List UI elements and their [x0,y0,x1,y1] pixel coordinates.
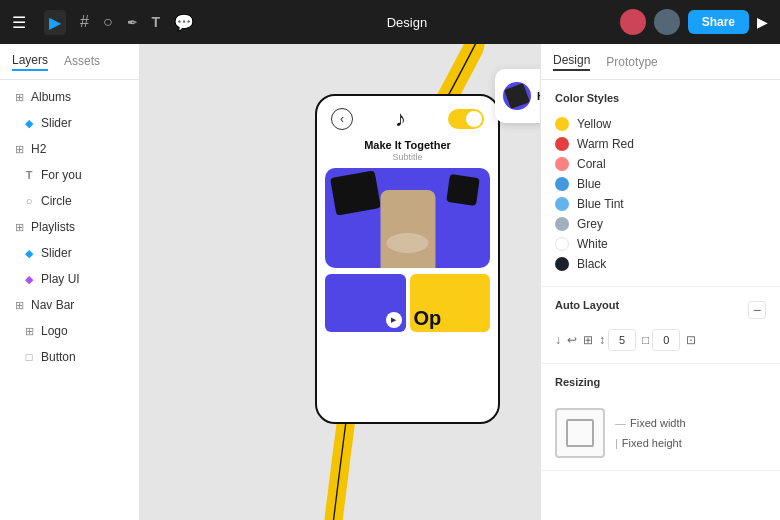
clip-icon: ⊡ [686,333,696,347]
phone-small: ‹ ♪ Make It Together Subtitle [315,94,500,424]
resizing-section: Resizing — Fixed width | Fixed height [541,364,780,471]
color-yellow[interactable]: Yellow [555,114,766,134]
phone-music-icon: ♪ [395,106,406,132]
color-warmred[interactable]: Warm Red [555,134,766,154]
al-padding-value[interactable]: 0 [652,329,680,351]
share-button[interactable]: Share [688,10,749,34]
diamond-icon-3: ◆ [22,272,36,286]
al-wrap: ↩ [567,333,577,347]
al-spacing-control[interactable]: ↕ 5 [599,329,636,351]
play-icon-1[interactable]: ▶ [386,312,402,328]
phone-title: Make It Together [317,138,498,152]
color-styles-section: Color Styles Yellow Warm Red Coral Blue … [541,80,780,287]
layer-slider1[interactable]: ◆ Slider [0,110,139,136]
resize-preview-box [555,408,605,458]
color-blue[interactable]: Blue [555,174,766,194]
al-clip-control[interactable]: ⊡ [686,333,696,347]
color-black[interactable]: Black [555,254,766,274]
layer-slider2[interactable]: ◆ Slider [0,240,139,266]
color-bluetint[interactable]: Blue Tint [555,194,766,214]
tab-design[interactable]: Design [553,53,590,71]
color-dot-blue [555,177,569,191]
text-tool[interactable]: T [152,14,161,30]
rect-icon: □ [22,350,36,364]
color-dot-warmred [555,137,569,151]
arrow-down-icon: ↓ [555,333,561,347]
diamond-icon-2: ◆ [22,246,36,260]
fixed-height-dash: | [615,437,618,449]
phone-toggle[interactable] [448,109,484,129]
color-dot-black [555,257,569,271]
right-panel: Design Prototype Color Styles Yellow War… [540,44,780,520]
auto-layout-controls: ↓ ↩ ⊞ ↕ 5 □ 0 ⊡ [555,329,766,351]
layer-h2[interactable]: ⊞ H2 [0,136,139,162]
component-panel: Headline ❄ ⏮ NEW! ✦ [495,69,540,123]
color-dot-yellow [555,117,569,131]
auto-layout-header: Auto Layout − [555,299,766,321]
main-layout: Layers Assets ⊞ Albums ◆ Slider ⊞ H2 T F… [0,44,780,520]
color-dot-white [555,237,569,251]
fixed-width-dash: — [615,417,626,429]
phone-subtitle: Subtitle [317,152,498,162]
grid-icon-5: ⊞ [22,324,36,338]
phone-back-btn[interactable]: ‹ [331,108,353,130]
layer-navbar[interactable]: ⊞ Nav Bar [0,292,139,318]
menu-icon[interactable]: ☰ [12,13,26,32]
color-white[interactable]: White [555,234,766,254]
text-icon: T [22,168,36,182]
phone-grid: ▶ Op [325,274,490,332]
move-tool[interactable]: ▶ [44,10,66,35]
tab-prototype[interactable]: Prototype [606,55,657,69]
layer-button[interactable]: □ Button [0,344,139,370]
resizing-header: Resizing [555,376,766,398]
pen-tool[interactable]: ✒ [127,15,138,30]
circle-icon: ○ [22,194,36,208]
resize-labels: — Fixed width | Fixed height [615,417,686,449]
toolbar: ▶ # ○ ✒ T 💬 [44,10,194,35]
color-coral[interactable]: Coral [555,154,766,174]
color-dot-coral [555,157,569,171]
grid-icon-3: ⊞ [12,220,26,234]
topbar-right: Share ▶ [620,9,768,35]
layer-circle[interactable]: ○ Circle [0,188,139,214]
color-dot-grey [555,217,569,231]
al-padding-control[interactable]: □ 0 [642,329,680,351]
auto-layout-title: Auto Layout [555,299,619,311]
resize-inner-box [566,419,594,447]
layer-albums[interactable]: ⊞ Albums [0,84,139,110]
comp-avatar [503,82,531,110]
comp-headline-label: Headline [537,90,540,102]
layer-logo[interactable]: ⊞ Logo [0,318,139,344]
al-align: ⊞ [583,333,593,347]
canvas: Headline ❄ ⏮ NEW! ✦ ‹ ♪ Make It Together… [140,44,540,520]
fixed-width-label: — Fixed width [615,417,686,429]
layer-playui[interactable]: ◆ Play UI [0,266,139,292]
tab-assets[interactable]: Assets [64,54,100,70]
phone-small-header: ‹ ♪ [317,96,498,138]
al-spacing-value[interactable]: 5 [608,329,636,351]
avatar-1 [620,9,646,35]
phone-hero-image [325,168,490,268]
wrap-icon: ↩ [567,333,577,347]
spacing-icon: ↕ [599,333,605,347]
present-icon[interactable]: ▶ [757,14,768,30]
align-icon: ⊞ [583,333,593,347]
grid-cell-2: Op [410,274,491,332]
resizing-body: — Fixed width | Fixed height [555,408,766,458]
auto-layout-minus-btn[interactable]: − [748,301,766,319]
circle-tool[interactable]: ○ [103,13,113,31]
tab-layers[interactable]: Layers [12,53,48,71]
color-styles-title: Color Styles [555,92,766,104]
grid-icon-2: ⊞ [12,142,26,156]
panel-tabs: Layers Assets [0,44,139,80]
padding-icon: □ [642,333,649,347]
grid-icon: ⊞ [12,90,26,104]
layer-playlists[interactable]: ⊞ Playlists [0,214,139,240]
chat-tool[interactable]: 💬 [174,13,194,32]
color-grey[interactable]: Grey [555,214,766,234]
layer-foryou[interactable]: T For you [0,162,139,188]
auto-layout-section: Auto Layout − ↓ ↩ ⊞ ↕ 5 □ 0 [541,287,780,364]
grid-icon-4: ⊞ [12,298,26,312]
frame-tool[interactable]: # [80,13,89,31]
resizing-title: Resizing [555,376,600,388]
